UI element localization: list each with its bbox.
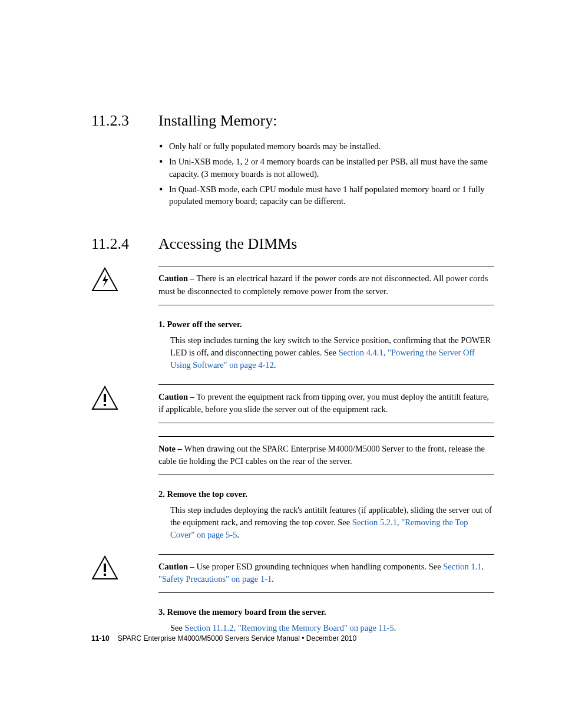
note-label: Note – <box>158 444 184 453</box>
section-title: Accessing the DIMMs <box>158 235 297 253</box>
bullet-item: In Uni-XSB mode, 1, 2 or 4 memory boards… <box>158 156 494 180</box>
caution-electrical: Caution – There is an electrical hazard … <box>91 266 494 305</box>
xref-link[interactable]: Section 11.1.2, "Removing the Memory Boa… <box>185 623 394 633</box>
svg-rect-2 <box>104 394 106 402</box>
page-footer: 11-10SPARC Enterprise M4000/M5000 Server… <box>91 634 356 643</box>
step-heading: 3. Remove the memory board from the serv… <box>158 606 494 618</box>
caution-text: There is an electrical hazard if the pow… <box>158 274 488 295</box>
caution-text: To prevent the equipment rack from tippi… <box>158 392 489 414</box>
section-number: 11.2.3 <box>91 112 158 130</box>
step-2: 2. Remove the top cover. This step inclu… <box>158 488 494 541</box>
caution-label: Caution – <box>158 562 196 571</box>
step-3: 3. Remove the memory board from the serv… <box>158 606 494 634</box>
caution-text: . <box>272 574 274 584</box>
caution-label: Caution – <box>158 274 196 283</box>
section-title: Installing Memory: <box>158 112 277 130</box>
note-cable-tie: Note – When drawing out the SPARC Enterp… <box>158 436 494 475</box>
warning-icon <box>91 386 118 410</box>
svg-rect-3 <box>104 404 106 406</box>
step-text: . <box>394 623 396 633</box>
note-text: When drawing out the SPARC Enterprise M4… <box>158 444 485 466</box>
bullet-list: Only half or fully populated memory boar… <box>158 140 494 207</box>
step-text: . <box>274 360 276 370</box>
svg-rect-5 <box>104 564 106 572</box>
section-1123-heading: 11.2.3 Installing Memory: <box>91 112 494 130</box>
caution-label: Caution – <box>158 392 196 401</box>
svg-rect-6 <box>104 574 106 576</box>
bullet-item: Only half or fully populated memory boar… <box>158 140 494 152</box>
caution-tip-over: Caution – To prevent the equipment rack … <box>91 384 494 423</box>
section-number: 11.2.4 <box>91 235 158 253</box>
warning-icon <box>91 555 118 580</box>
step-text: . <box>237 530 239 539</box>
caution-esd: Caution – Use proper ESD grounding techn… <box>91 554 494 593</box>
step-heading: 1. Power off the server. <box>158 318 494 331</box>
step-heading: 2. Remove the top cover. <box>158 488 494 500</box>
step-1: 1. Power off the server. This step inclu… <box>158 318 494 371</box>
page-number: 11-10 <box>91 634 110 643</box>
electrical-hazard-icon <box>91 267 118 292</box>
bullet-item: In Quad-XSB mode, each CPU module must h… <box>158 183 494 207</box>
section-1124-heading: 11.2.4 Accessing the DIMMs <box>91 235 494 253</box>
step-text: See <box>170 623 185 633</box>
footer-text: SPARC Enterprise M4000/M5000 Servers Ser… <box>118 634 357 643</box>
caution-text: Use proper ESD grounding techniques when… <box>196 562 443 571</box>
